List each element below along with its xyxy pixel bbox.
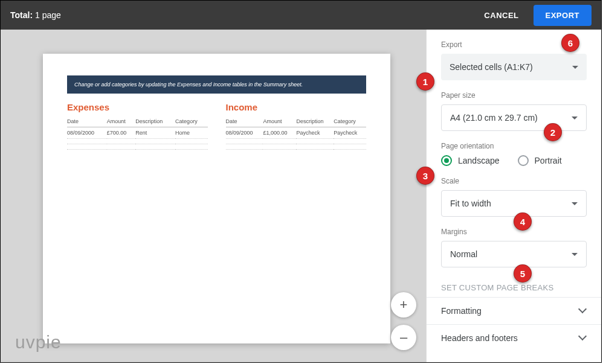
cancel-button[interactable]: CANCEL (477, 6, 526, 25)
scale-label: Scale (441, 177, 587, 185)
margins-select[interactable]: Normal (441, 241, 587, 267)
income-table: Date Amount Description Category 08/09/2… (226, 116, 367, 150)
zoom-in-button[interactable]: + (391, 292, 416, 318)
chevron-down-icon (579, 307, 587, 315)
paper-size-select[interactable]: A4 (21.0 cm x 29.7 cm) (441, 104, 587, 131)
watermark: uvpie (15, 332, 62, 353)
set-custom-page-breaks-link[interactable]: SET CUSTOM PAGE BREAKS (441, 278, 587, 297)
scale-select[interactable]: Fit to width (441, 190, 587, 217)
table-row (67, 144, 208, 150)
chevron-down-icon (572, 66, 578, 69)
income-section: Income Date Amount Description Category … (226, 102, 367, 150)
table-row: 08/09/2000 £1,000.00 Paycheck Paycheck (226, 127, 367, 139)
chevron-down-icon (579, 334, 587, 342)
preview-page: Change or add categories by updating the… (43, 54, 390, 343)
radio-checked-icon (441, 155, 452, 166)
orientation-label: Page orientation (441, 142, 587, 150)
formatting-expander[interactable]: Formatting (427, 297, 601, 324)
export-range-select[interactable]: Selected cells (A1:K7) (441, 54, 587, 80)
annotation-4: 4 (514, 212, 532, 231)
chevron-down-icon (572, 202, 578, 205)
zoom-out-button[interactable]: – (391, 325, 416, 350)
page-count: Total: 1 page (10, 10, 61, 20)
chevron-down-icon (572, 117, 578, 120)
table-row (226, 144, 367, 150)
margins-label: Margins (441, 228, 587, 236)
print-preview-area: Change or add categories by updating the… (1, 30, 426, 362)
export-button[interactable]: EXPORT (534, 5, 592, 26)
radio-unchecked-icon (518, 155, 529, 166)
orientation-portrait-radio[interactable]: Portrait (518, 155, 562, 166)
annotation-5: 5 (514, 264, 532, 283)
expenses-section: Expenses Date Amount Description Categor… (67, 102, 208, 150)
table-row (226, 139, 367, 144)
annotation-6: 6 (561, 34, 579, 52)
chevron-down-icon (572, 253, 578, 256)
annotation-2: 2 (544, 123, 562, 141)
annotation-1: 1 (416, 72, 434, 91)
table-row: 08/09/2000 £700.00 Rent Home (67, 127, 208, 139)
table-row (67, 139, 208, 144)
income-title: Income (226, 102, 367, 112)
headers-footers-expander[interactable]: Headers and footers (427, 324, 601, 351)
expenses-title: Expenses (67, 102, 208, 112)
expenses-table: Date Amount Description Category 08/09/2… (67, 116, 208, 150)
top-toolbar: Total: 1 page CANCEL EXPORT (1, 1, 601, 30)
banner-text: Change or add categories by updating the… (67, 75, 366, 94)
annotation-3: 3 (416, 167, 434, 185)
paper-size-label: Paper size (441, 91, 587, 100)
orientation-landscape-radio[interactable]: Landscape (441, 155, 500, 166)
export-settings-panel: Export Selected cells (A1:K7) Paper size… (426, 30, 601, 362)
